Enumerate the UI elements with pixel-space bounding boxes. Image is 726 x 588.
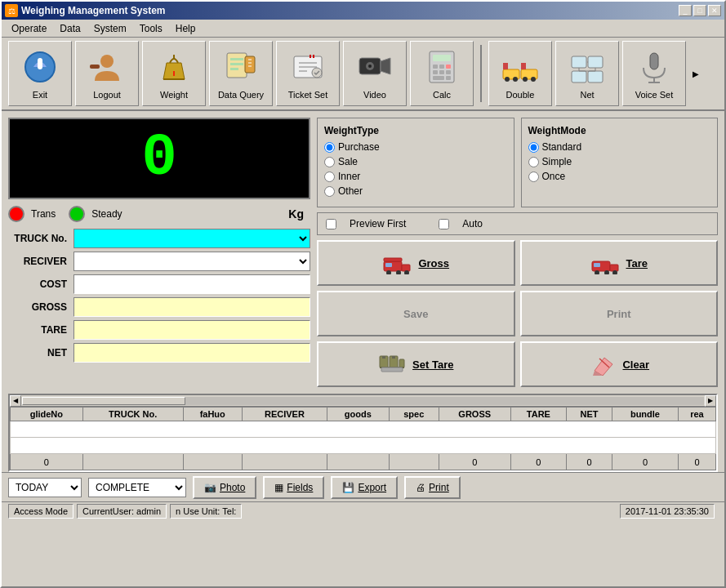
col-gross: GROSS <box>439 408 510 421</box>
export-icon: 💾 <box>342 482 354 493</box>
data-query-button[interactable]: Data Query <box>209 41 273 106</box>
col-glide-no: glideNo <box>11 408 83 421</box>
svg-rect-1 <box>38 58 42 69</box>
tare-truck-icon <box>590 252 620 274</box>
fields-button[interactable]: ▦ Fields <box>263 476 324 499</box>
truck-no-wrapper <box>73 229 310 248</box>
svg-rect-41 <box>572 56 586 68</box>
auto-checkbox[interactable] <box>439 219 449 229</box>
set-tare-label: Set Tare <box>412 359 453 371</box>
weight-button[interactable]: Weight <box>142 41 206 106</box>
app-icon: ⚖ <box>5 4 18 17</box>
footer-print-button[interactable]: 🖨 Print <box>404 476 461 499</box>
weight-type-sale-radio[interactable] <box>324 157 335 167</box>
truck-no-select[interactable] <box>73 229 310 248</box>
reciver-select[interactable] <box>73 252 310 271</box>
set-tare-button[interactable]: Set Tare <box>317 341 515 387</box>
table-empty-row-1 <box>11 421 716 438</box>
reciver-wrapper <box>73 252 310 271</box>
hscroll-track <box>22 397 704 405</box>
clear-button[interactable]: Clear <box>520 341 719 387</box>
cost-input[interactable]: 0 <box>73 274 310 294</box>
truck-no-row: TRUCK No. <box>8 229 310 248</box>
weight-mode-simple-radio[interactable] <box>528 157 539 167</box>
ticket-set-icon <box>288 47 327 87</box>
preview-first-label: Preview First <box>350 218 406 229</box>
col-goods: goods <box>327 408 390 421</box>
net-button[interactable]: Net <box>555 41 619 106</box>
svg-rect-53 <box>402 265 410 271</box>
export-button[interactable]: 💾 Export <box>331 476 398 499</box>
hscroll-thumb[interactable] <box>22 397 185 405</box>
weight-type-inner-radio[interactable] <box>324 172 335 182</box>
net-input[interactable]: 0 <box>73 343 310 363</box>
minimize-button[interactable]: _ <box>679 5 692 16</box>
status-select[interactable]: COMPLETE INCOMPLETE ALL <box>88 478 186 497</box>
tare-button[interactable]: Tare <box>520 240 719 286</box>
exit-button[interactable]: Exit <box>8 41 72 106</box>
net-icon <box>568 47 607 87</box>
svg-rect-60 <box>610 265 618 271</box>
print-button[interactable]: Print <box>520 291 719 336</box>
gross-button[interactable]: Gross <box>317 240 515 286</box>
scroll-right-button[interactable]: ▶ <box>705 395 716 407</box>
tare-input[interactable]: 0 <box>73 320 310 340</box>
weight-type-purchase-radio[interactable] <box>324 142 335 153</box>
menu-tools[interactable]: Tools <box>133 21 169 36</box>
weight-type-group: WeightType Purchase Sale Inner <box>317 118 514 207</box>
svg-rect-66 <box>382 356 385 359</box>
current-user-text: CurrentUser: admin <box>82 506 161 516</box>
table-header: glideNo TRUCK No. faHuo RECIVER goods sp… <box>11 408 716 421</box>
maximize-button[interactable]: □ <box>693 5 706 16</box>
menu-system[interactable]: System <box>87 21 133 36</box>
set-tare-icon <box>378 353 406 376</box>
preview-auto-row: Preview First Auto <box>317 212 718 235</box>
menu-help[interactable]: Help <box>169 21 203 36</box>
period-select[interactable]: TODAY YESTERDAY THIS WEEK THIS MONTH <box>8 478 82 497</box>
weight-type-sale-row: Sale <box>324 156 507 167</box>
table-total-row: 0 0 0 0 0 0 <box>11 454 716 470</box>
tare-label: Tare <box>626 257 648 270</box>
save-label: Save <box>403 308 428 320</box>
use-unit-panel: n Use Unit: Tel: <box>170 504 242 519</box>
double-icon <box>501 47 540 87</box>
svg-rect-29 <box>439 70 444 74</box>
save-button[interactable]: Save <box>317 291 515 336</box>
export-label: Export <box>358 482 386 493</box>
steady-label: Steady <box>91 208 122 220</box>
ticket-set-button[interactable]: Ticket Set <box>276 41 340 106</box>
gross-input[interactable]: 0 <box>73 297 310 317</box>
double-button[interactable]: Double <box>488 41 552 106</box>
calc-icon <box>422 47 461 87</box>
video-label: Video <box>363 90 386 100</box>
logout-button[interactable]: Logout <box>75 41 139 106</box>
menu-operate[interactable]: Operate <box>5 21 53 36</box>
data-query-icon <box>221 47 261 87</box>
weight-type-inner-row: Inner <box>324 171 507 182</box>
table-empty-row-2 <box>11 438 716 454</box>
weight-type-other-radio[interactable] <box>324 186 335 197</box>
scroll-left-button[interactable]: ◀ <box>10 395 21 407</box>
preview-first-checkbox[interactable] <box>326 219 336 229</box>
menu-data[interactable]: Data <box>53 21 87 36</box>
voice-set-button[interactable]: Voice Set <box>622 41 686 106</box>
access-mode-panel: Access Mode <box>8 504 73 519</box>
close-button[interactable]: ✕ <box>708 5 721 16</box>
weight-mode-once-radio[interactable] <box>528 172 539 182</box>
table-hscrollbar[interactable]: ◀ ▶ <box>10 395 716 407</box>
current-user-panel: CurrentUser: admin <box>77 504 167 519</box>
weight-mode-standard-radio[interactable] <box>528 142 539 153</box>
access-mode-text: Access Mode <box>14 506 68 516</box>
video-button[interactable]: Video <box>343 41 407 106</box>
table-body: 0 0 0 0 0 0 <box>11 421 716 470</box>
svg-point-35 <box>513 77 518 82</box>
col-truck-no: TRUCK No. <box>82 408 183 421</box>
svg-point-22 <box>368 65 372 68</box>
auto-label: Auto <box>462 218 483 229</box>
svg-rect-57 <box>385 263 392 267</box>
toolbar-expand-arrow[interactable]: ▶ <box>689 41 702 106</box>
trans-light <box>8 206 24 222</box>
photo-button[interactable]: 📷 Photo <box>193 476 256 499</box>
calc-button[interactable]: Calc <box>410 41 474 106</box>
trans-label: Trans <box>31 208 56 220</box>
